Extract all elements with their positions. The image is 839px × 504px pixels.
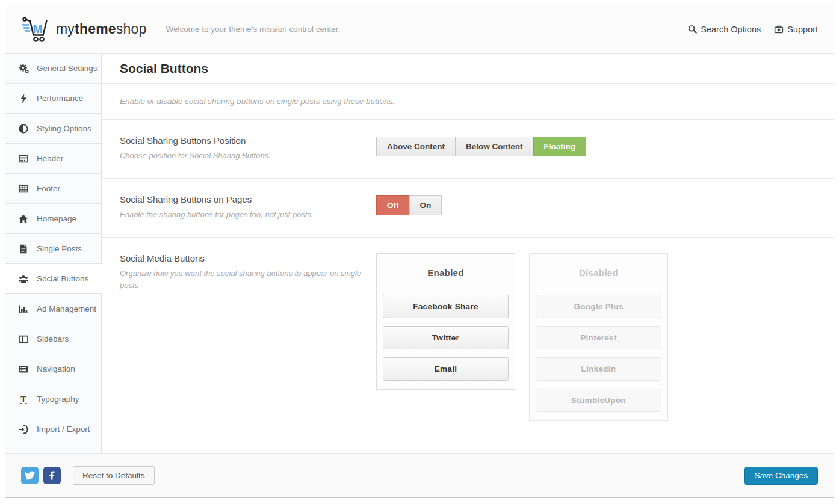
twitter-sort-button[interactable]: Twitter (383, 326, 509, 349)
sidebar-item-label: Single Posts (37, 244, 82, 253)
setting-label: Social Sharing Buttons on Pages (120, 194, 364, 204)
sidebar-item-import-export[interactable]: Import / Export (5, 414, 102, 444)
setting-row-position: Social Sharing Buttons Position Choose p… (102, 120, 834, 179)
typography-icon: T (18, 395, 29, 404)
twitter-icon[interactable] (21, 467, 39, 484)
page-title: Social Buttons (120, 61, 816, 76)
wordmark: mythemeshop (56, 21, 147, 37)
import-export-icon (18, 425, 29, 434)
svg-text:M: M (33, 22, 43, 35)
lightning-icon (18, 94, 29, 103)
above-content-button[interactable]: Above Content (376, 137, 456, 156)
disabled-buttons-box: Disabled Google Plus Pinterest LinkedIn … (529, 253, 668, 421)
sidebar-item-homepage[interactable]: Homepage (5, 204, 102, 234)
sidebar-item-label: Homepage (37, 214, 76, 223)
cart-logo-icon: M (21, 16, 51, 43)
sidebar-item-styling-options[interactable]: Styling Options (5, 114, 102, 144)
floating-button[interactable]: Floating (533, 137, 587, 156)
enabled-buttons-box: Enabled Facebook Share Twitter Email (376, 253, 515, 390)
footer-bar: Reset to Defaults Save Changes (5, 453, 834, 497)
on-toggle-button[interactable]: On (409, 195, 442, 215)
linkedin-sort-button[interactable]: LinkedIn (536, 357, 661, 381)
sidebar-item-label: Typography (37, 395, 79, 404)
home-icon (18, 214, 29, 224)
contrast-icon (18, 124, 29, 134)
search-icon (688, 25, 697, 34)
header-panel-icon (18, 154, 29, 164)
users-icon (18, 274, 29, 284)
svg-text:T: T (20, 395, 26, 404)
sidebar-item-label: General Settings (37, 64, 98, 73)
sidebar-item-label: Ad Management (37, 304, 96, 313)
sidebar-item-navigation[interactable]: Navigation (5, 354, 102, 384)
pinterest-sort-button[interactable]: Pinterest (536, 326, 661, 349)
sidebar-item-typography[interactable]: T Typography (5, 384, 102, 414)
mythemeshop-logo: M mythemeshop (21, 16, 147, 43)
welcome-text: Welcome to your theme's mission control … (166, 25, 341, 34)
position-button-group: Above Content Below Content Floating (376, 137, 586, 162)
enabled-box-title: Enabled (383, 260, 509, 287)
stumbleupon-sort-button[interactable]: StumbleUpon (536, 389, 661, 412)
search-options-link[interactable]: Search Options (688, 25, 761, 34)
setting-desc: Organize how you want the social sharing… (120, 268, 364, 293)
facebook-icon[interactable] (43, 467, 61, 484)
setting-desc: Enable the sharing buttons for pages too… (120, 209, 364, 221)
theme-options-panel: M mythemeshop Welcome to your theme's mi… (5, 5, 834, 498)
setting-label: Social Sharing Buttons Position (120, 135, 364, 146)
email-sort-button[interactable]: Email (383, 357, 509, 381)
save-changes-button[interactable]: Save Changes (744, 467, 818, 485)
sidebar-item-label: Social Buttons (37, 274, 88, 283)
sidebar-item-label: Navigation (37, 364, 75, 373)
sidebar-item-general-settings[interactable]: General Settings (5, 54, 102, 84)
sidebar-item-header[interactable]: Header (5, 144, 102, 174)
pages-toggle-group: Off On (376, 195, 442, 221)
sidebar-filler (5, 444, 102, 453)
support-link[interactable]: Support (774, 25, 818, 34)
topbar: M mythemeshop Welcome to your theme's mi… (5, 5, 834, 54)
sidebar-item-performance[interactable]: Performance (5, 84, 102, 114)
sidebar-item-label: Import / Export (37, 425, 90, 434)
bar-chart-icon (18, 304, 29, 314)
setting-row-social-media: Social Media Buttons Organize how you wa… (102, 238, 834, 453)
sidebar-item-footer[interactable]: Footer (5, 174, 102, 204)
settings-sidebar: General Settings Performance Styling Opt… (5, 54, 102, 453)
sidebar-item-label: Header (37, 154, 63, 163)
page-description: Enable or disable social sharing buttons… (102, 84, 834, 120)
list-icon (18, 364, 29, 374)
setting-label: Social Media Buttons (120, 253, 364, 263)
support-kit-icon (774, 25, 784, 34)
document-icon (18, 244, 29, 254)
columns-icon (18, 334, 29, 344)
setting-desc: Choose position for Social Sharing Butto… (120, 150, 364, 162)
setting-row-pages: Social Sharing Buttons on Pages Enable t… (102, 179, 834, 238)
table-icon (18, 184, 29, 194)
off-toggle-button[interactable]: Off (376, 195, 410, 215)
sidebar-item-social-buttons[interactable]: Social Buttons (5, 264, 102, 294)
below-content-button[interactable]: Below Content (455, 137, 534, 156)
sidebar-item-label: Performance (37, 94, 83, 103)
disabled-box-title: Disabled (536, 260, 661, 287)
google-plus-sort-button[interactable]: Google Plus (536, 295, 661, 318)
sidebar-item-label: Styling Options (37, 124, 91, 133)
topbar-actions: Search Options Support (688, 25, 818, 34)
main-content: Social Buttons Enable or disable social … (102, 54, 834, 453)
gears-icon (18, 63, 29, 73)
reset-to-defaults-button[interactable]: Reset to Defaults (73, 466, 155, 485)
sidebar-item-ad-management[interactable]: Ad Management (5, 294, 102, 324)
facebook-share-sort-button[interactable]: Facebook Share (383, 295, 509, 318)
sidebar-item-label: Footer (37, 184, 60, 193)
sidebar-item-label: Sidebars (37, 334, 69, 343)
sidebar-item-single-posts[interactable]: Single Posts (5, 234, 102, 264)
sidebar-item-sidebars[interactable]: Sidebars (5, 324, 102, 354)
